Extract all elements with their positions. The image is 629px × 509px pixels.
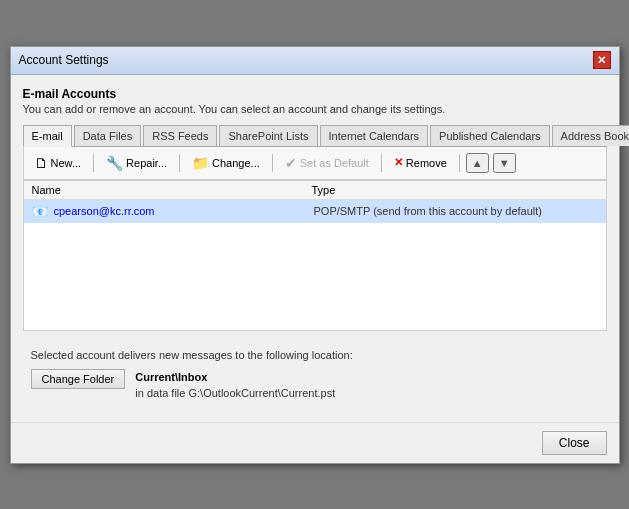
accounts-list-container: Name Type 📧 cpearson@kc.rr.com POP/SMTP … [23,180,607,331]
toolbar-separator-4 [381,154,382,172]
accounts-list-body: 📧 cpearson@kc.rr.com POP/SMTP (send from… [24,200,606,330]
change-folder-button[interactable]: Change Folder [31,369,126,389]
folder-info: Current\Inbox in data file G:\OutlookCur… [135,369,335,402]
close-dialog-button[interactable]: Close [542,431,607,455]
toolbar-separator-5 [459,154,460,172]
title-bar: Account Settings ✕ [11,47,619,75]
account-type: POP/SMTP (send from this account by defa… [314,205,598,217]
account-icon: 📧 [32,204,48,219]
move-up-button[interactable]: ▲ [466,153,489,173]
remove-icon: ✕ [394,156,403,169]
change-label: Change... [212,157,260,169]
move-down-button[interactable]: ▼ [493,153,516,173]
dialog-footer: Close [11,422,619,463]
tab-published-calendars[interactable]: Published Calendars [430,125,550,146]
new-icon: 🗋 [34,155,48,171]
window-close-button[interactable]: ✕ [593,51,611,69]
remove-label: Remove [406,157,447,169]
remove-button[interactable]: ✕ Remove [388,154,453,171]
tab-sharepoint-lists[interactable]: SharePoint Lists [219,125,317,146]
tab-rss-feeds[interactable]: RSS Feeds [143,125,217,146]
set-default-label: Set as Default [300,157,369,169]
repair-button[interactable]: 🔧 Repair... [100,153,173,173]
toolbar-separator-3 [272,154,273,172]
folder-path: in data file G:\OutlookCurrent\Current.p… [135,385,335,402]
tab-bar: E-mail Data Files RSS Feeds SharePoint L… [23,125,607,147]
dialog-body: E-mail Accounts You can add or remove an… [11,75,619,422]
change-button[interactable]: 📁 Change... [186,153,266,173]
footer-description: Selected account delivers new messages t… [31,349,599,361]
toolbar-separator-2 [179,154,180,172]
new-label: New... [51,157,82,169]
window-title: Account Settings [19,53,109,67]
folder-name: Current\Inbox [135,369,335,386]
col-type-header: Type [312,184,598,196]
repair-icon: 🔧 [106,155,123,171]
accounts-list-header: Name Type [24,181,606,200]
account-name: cpearson@kc.rr.com [54,205,314,217]
tab-address-books[interactable]: Address Books [552,125,629,146]
section-header: E-mail Accounts You can add or remove an… [23,87,607,115]
repair-label: Repair... [126,157,167,169]
section-description: You can add or remove an account. You ca… [23,103,607,115]
section-title: E-mail Accounts [23,87,607,101]
tab-email[interactable]: E-mail [23,125,72,147]
new-button[interactable]: 🗋 New... [28,153,88,173]
toolbar-separator-1 [93,154,94,172]
accounts-toolbar: 🗋 New... 🔧 Repair... 📁 Change... ✔ Set a… [23,147,607,180]
footer-bottom: Change Folder Current\Inbox in data file… [31,369,599,402]
footer-section: Selected account delivers new messages t… [23,341,607,410]
set-default-button[interactable]: ✔ Set as Default [279,153,375,173]
change-icon: 📁 [192,155,209,171]
set-default-icon: ✔ [285,155,297,171]
account-settings-dialog: Account Settings ✕ E-mail Accounts You c… [10,46,620,464]
table-row[interactable]: 📧 cpearson@kc.rr.com POP/SMTP (send from… [24,200,606,223]
col-name-header: Name [32,184,312,196]
tab-internet-calendars[interactable]: Internet Calendars [320,125,429,146]
tab-data-files[interactable]: Data Files [74,125,142,146]
